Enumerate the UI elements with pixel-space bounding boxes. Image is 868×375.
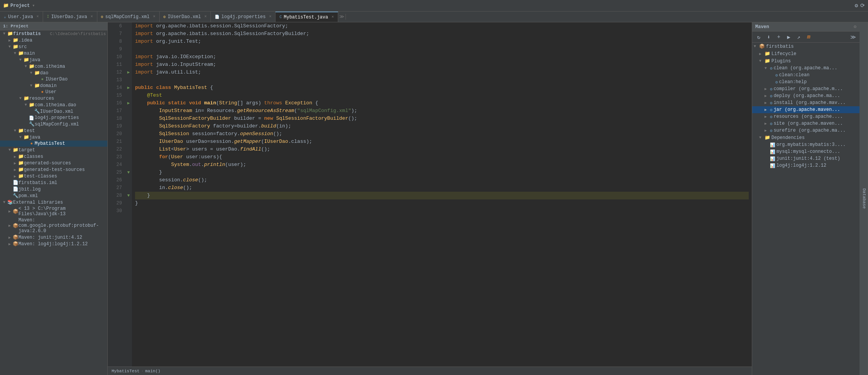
maven-dep-junit[interactable]: 📊 junit:junit:4.12 (test) <box>752 155 860 162</box>
sidebar-item-dao[interactable]: ▼ 📁 dao <box>0 70 107 76</box>
maven-expand-icon: ▼ <box>765 66 770 70</box>
maven-refresh-button[interactable]: ↻ <box>754 33 763 41</box>
sidebar-item-log4j-lib[interactable]: ▶ 📦 Maven: log4j:log4j:1.2.12 <box>0 241 107 247</box>
maven-plugins[interactable]: ▼ 📁 Plugins <box>752 57 860 65</box>
sync-icon[interactable]: ⟳ <box>860 2 865 9</box>
tab-label: log4j.properties <box>221 14 265 20</box>
sidebar-item-com-itheima-dao[interactable]: ▼ 📁 com.itheima.dao <box>0 102 107 108</box>
sidebar-item-main[interactable]: ▼ 📁 main <box>0 50 107 57</box>
code-line-22: List<User> users = userDao.findAll(); <box>135 146 749 153</box>
maven-dep-log4j[interactable]: 📊 log4j:log4j:1.2.12 <box>752 162 860 169</box>
line-numbers: 6 7 8 9 10 11 12 13 14 15 16 17 18 19 20… <box>108 22 125 367</box>
maven-title: Maven <box>755 24 769 30</box>
maven-lifecycle[interactable]: ▶ 📁 Lifecycle <box>752 50 860 57</box>
gutter-run-14[interactable]: ▶ <box>125 84 132 92</box>
maven-surefire-label: surefire (org.apache.ma... <box>774 128 846 133</box>
maven-dep-mybatis[interactable]: 📊 org.mybatis:mybatis:3.... <box>752 141 860 148</box>
maven-install-label: install (org.apache.mav... <box>774 100 846 105</box>
maven-jump-button[interactable]: ↗ <box>795 33 803 41</box>
gutter-run-16[interactable]: ▶ <box>125 99 132 107</box>
maven-plugin-icon: ⚙ <box>770 114 773 119</box>
sidebar-item-domain[interactable]: ▼ 📁 domain <box>0 82 107 89</box>
maven-plugin-resources[interactable]: ▶ ⚙ resources (org.apache.... <box>752 113 860 120</box>
tab-close-icon[interactable]: × <box>153 15 155 19</box>
maven-folder-icon: 📁 <box>765 58 770 64</box>
tab-log4j-properties[interactable]: 📄 log4j.properties × <box>211 12 275 22</box>
sidebar-item-java-main[interactable]: ▼ 📁 java <box>0 57 107 63</box>
maven-run-button[interactable]: ▶ <box>785 33 793 41</box>
tab-iuserdao-java[interactable]: I IUserDao.java × <box>43 12 97 22</box>
maven-add-button[interactable]: + <box>775 33 783 41</box>
sidebar-item-com-itheima[interactable]: ▼ 📁 com.itheima <box>0 63 107 70</box>
code-editor[interactable]: 6 7 8 9 10 11 12 13 14 15 16 17 18 19 20… <box>108 22 752 367</box>
tab-close-icon[interactable]: × <box>204 15 207 19</box>
maven-plugin-clean[interactable]: ▼ ⚙ clean (org.apache.ma... <box>752 65 860 72</box>
sidebar-item-generated-test-sources[interactable]: ▶ 📁 generated-test-sources <box>0 166 107 173</box>
sidebar-item-iuserdao[interactable]: ▶ ● IUserDao <box>0 76 107 82</box>
sidebar-item-mybatistest[interactable]: ▶ ● MybatisTest <box>0 141 107 147</box>
tab-sqlmapconfig-xml[interactable]: ⚙ sqlMapConfig.xml × <box>97 12 160 22</box>
maven-dependencies[interactable]: ▼ 📁 Dependencies <box>752 134 860 141</box>
maven-plugin-deploy[interactable]: ▶ ⚙ deploy (org.apache.ma... <box>752 92 860 99</box>
maven-plugin-install[interactable]: ▶ ⚙ install (org.apache.mav... <box>752 99 860 106</box>
sidebar-item-sqlmapconfig[interactable]: ▶ 🔧 sqlMapConfig.xml <box>0 121 107 127</box>
settings-icon[interactable]: ⚙ <box>855 2 858 9</box>
folder-icon: 📁 <box>34 83 40 89</box>
tab-close-icon[interactable]: × <box>332 15 334 19</box>
maven-dep-mysql[interactable]: 📊 mysql:mysql-connecto... <box>752 148 860 155</box>
tab-overflow-icon[interactable]: ≫ <box>338 14 346 20</box>
sidebar-item-target[interactable]: ▼ 📁 target <box>0 147 107 153</box>
sidebar-item-iuserdao-xml[interactable]: ▶ 🔧 IUserDao.xml <box>0 108 107 115</box>
gutter-fold-12[interactable]: ▶ <box>125 69 132 76</box>
maven-plugin-compiler[interactable]: ▶ ⚙ compiler (org.apache.m... <box>752 85 860 92</box>
gutter-fold-28[interactable]: ▼ <box>125 192 132 199</box>
sidebar-item-generated-sources[interactable]: ▶ 📁 generated-sources <box>0 160 107 166</box>
sidebar-item-firstbatis-iml[interactable]: ▶ 📄 firstbatis.iml <box>0 179 107 186</box>
sidebar-item-java-test[interactable]: ▼ 📁 java <box>0 134 107 141</box>
sidebar-item-test[interactable]: ▼ 📁 test <box>0 127 107 134</box>
side-tab-database[interactable]: Database <box>861 187 867 211</box>
maven-goal-clean-clean[interactable]: ⚙ clean:clean <box>752 72 860 79</box>
tab-iuserdao-xml[interactable]: ⚙ IUserDao.xml × <box>160 12 211 22</box>
folder-icon: 📁 <box>28 102 35 108</box>
folder-icon: 📁 <box>23 57 29 63</box>
code-line-23: for(User user:users){ <box>135 153 749 161</box>
sidebar-item-log4j[interactable]: ▶ 📄 log4j.properties <box>0 115 107 121</box>
maven-plugin-site[interactable]: ▶ ⚙ site (org.apache.maven... <box>752 120 860 127</box>
sidebar-item-classes[interactable]: ▶ 📁 classes <box>0 153 107 160</box>
folder-icon: 📁 <box>18 173 24 179</box>
gutter-fold-25[interactable]: ▼ <box>125 169 132 176</box>
gutter-blank-13 <box>125 76 132 84</box>
sidebar-item-jdk13[interactable]: ▶ 📦 < 13 > C:\Program Files\Java\jdk-13 <box>0 206 107 217</box>
editor-area: 6 7 8 9 10 11 12 13 14 15 16 17 18 19 20… <box>108 22 752 375</box>
sidebar-item-user[interactable]: ▶ ● User <box>0 89 107 95</box>
maven-project-icon: 📦 <box>759 44 765 49</box>
sidebar-item-external-libraries[interactable]: ▼ 📚 External Libraries <box>0 199 107 206</box>
tab-close-icon[interactable]: × <box>37 15 39 19</box>
tab-close-icon[interactable]: × <box>269 15 271 19</box>
sidebar-item-junit[interactable]: ▶ 📦 Maven: junit:junit:4.12 <box>0 234 107 241</box>
sidebar-item-resources[interactable]: ▼ 📁 resources <box>0 95 107 102</box>
code-lines[interactable]: import org.apache.ibatis.session.SqlSess… <box>132 22 752 367</box>
tab-user-java[interactable]: ☕ User.java × <box>0 12 43 22</box>
sidebar-item-firstbatis[interactable]: ▼ 📁 firstbatis C:\IdeaCode\firstbatis <box>0 30 107 37</box>
project-dropdown-icon[interactable]: ▾ <box>32 3 35 8</box>
tab-label: User.java <box>8 14 33 20</box>
maven-download-button[interactable]: ⬇ <box>765 33 773 41</box>
maven-goal-clean-help[interactable]: ⚙ clean:help <box>752 79 860 85</box>
sidebar-item-protobuf[interactable]: ▶ 📦 Maven: com.google.protobuf:protobuf-… <box>0 217 107 234</box>
sidebar-item-test-classes[interactable]: ▶ 📁 test-classes <box>0 173 107 179</box>
tab-mybatistest-java[interactable]: C MybatisTest.java × <box>275 12 338 22</box>
maven-expand-button[interactable]: ≫ <box>849 33 857 41</box>
sidebar-item-src[interactable]: ▼ 📁 src <box>0 44 107 50</box>
sidebar-item-jbit-log[interactable]: ▶ 📄 jbit.log <box>0 186 107 193</box>
maven-deploy-label: deploy (org.apache.ma... <box>774 93 840 99</box>
maven-m-button[interactable]: m <box>805 33 813 41</box>
maven-plugin-surefire[interactable]: ▶ ⚙ surefire (org.apache.ma... <box>752 127 860 134</box>
maven-settings-icon[interactable]: ⚙ <box>854 24 856 30</box>
tab-close-icon[interactable]: × <box>91 15 93 19</box>
sidebar-item-idea[interactable]: ▶ 📁 .idea <box>0 37 107 44</box>
sidebar-item-pom-xml[interactable]: ▶ 🔧 pom.xml <box>0 193 107 199</box>
maven-plugin-jar[interactable]: ▶ ⚙ jar (org.apache.maven... <box>752 106 860 113</box>
maven-firstbatis[interactable]: ▼ 📦 firstbatis <box>752 43 860 50</box>
